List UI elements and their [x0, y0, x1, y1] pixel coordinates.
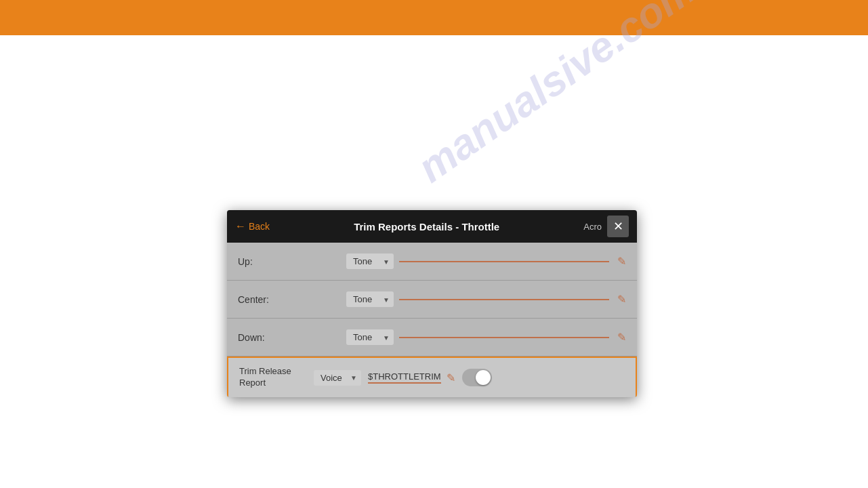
- center-edit-icon[interactable]: ✎: [617, 293, 626, 306]
- up-dropdown[interactable]: Tone Voice None: [346, 253, 394, 269]
- down-dropdown[interactable]: Tone Voice None: [346, 329, 394, 345]
- center-row-line: [399, 299, 609, 300]
- close-button[interactable]: ✕: [607, 216, 629, 237]
- close-icon: ✕: [613, 219, 623, 234]
- acro-label: Acro: [583, 222, 602, 232]
- top-bar: [0, 0, 868, 35]
- down-row-line: [399, 337, 609, 338]
- trim-release-value: $THROTTLETRIM: [368, 371, 441, 384]
- trim-release-label: Trim ReleaseReport: [239, 366, 314, 389]
- back-button[interactable]: ← Back: [235, 220, 270, 232]
- center-dropdown-wrapper: Tone Voice None ▼: [346, 291, 394, 307]
- down-dropdown-wrapper: Tone Voice None ▼: [346, 329, 394, 345]
- trim-release-right: Voice Tone None ▼ $THROTTLETRIM ✎: [314, 369, 625, 386]
- up-row-line: [399, 261, 609, 262]
- back-label: Back: [249, 221, 270, 232]
- dialog-container: ← Back Trim Reports Details - Throttle A…: [227, 210, 637, 397]
- back-arrow-icon: ←: [235, 220, 246, 232]
- center-row: Center: Tone Voice None ▼ ✎: [227, 281, 637, 319]
- trim-release-dropdown[interactable]: Voice Tone None: [314, 370, 361, 386]
- trim-release-toggle[interactable]: [462, 369, 492, 386]
- up-label: Up:: [238, 256, 346, 267]
- down-label: Down:: [238, 332, 346, 343]
- down-edit-icon[interactable]: ✎: [617, 331, 626, 344]
- up-dropdown-wrapper: Tone Voice None ▼: [346, 253, 394, 269]
- trim-release-row: Trim ReleaseReport Voice Tone None ▼ $TH…: [227, 357, 637, 397]
- up-row: Up: Tone Voice None ▼ ✎: [227, 243, 637, 281]
- toggle-knob: [476, 370, 491, 385]
- dialog-body: Up: Tone Voice None ▼ ✎ Center: Tone Voi…: [227, 243, 637, 397]
- trim-release-dropdown-wrapper: Voice Tone None ▼: [314, 370, 361, 386]
- dialog-header: ← Back Trim Reports Details - Throttle A…: [227, 210, 637, 243]
- up-edit-icon[interactable]: ✎: [617, 255, 626, 268]
- trim-release-edit-icon[interactable]: ✎: [447, 371, 455, 384]
- center-dropdown[interactable]: Tone Voice None: [346, 291, 394, 307]
- down-row: Down: Tone Voice None ▼ ✎: [227, 319, 637, 357]
- center-label: Center:: [238, 294, 346, 305]
- dialog-title: Trim Reports Details - Throttle: [270, 221, 583, 232]
